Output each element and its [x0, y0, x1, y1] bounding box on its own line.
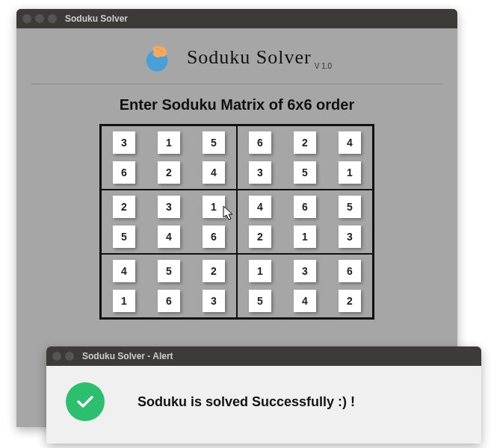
cell-5-5[interactable] [339, 290, 361, 312]
success-icon [66, 382, 105, 421]
titlebar: Soduku Solver [16, 9, 457, 28]
block-0-0 [101, 125, 237, 190]
cell-1-4[interactable] [294, 161, 316, 184]
cell-1-3[interactable] [249, 161, 271, 184]
cell-5-3[interactable] [249, 290, 271, 312]
window-title: Soduku Solver [65, 13, 128, 24]
app-version: V 1.0 [315, 62, 332, 75]
alert-title: Soduku Solver - Alert [82, 351, 173, 361]
cell-5-1[interactable] [158, 290, 180, 312]
cell-3-5[interactable] [339, 225, 361, 248]
alert-close-button[interactable] [52, 352, 61, 361]
cell-1-0[interactable] [113, 161, 135, 184]
alert-minimize-button[interactable] [65, 352, 74, 361]
block-0-1 [237, 125, 373, 190]
cell-2-3[interactable] [249, 196, 271, 218]
minimize-button[interactable] [35, 14, 44, 23]
prompt-label: Enter Soduku Matrix of 6x6 order [16, 96, 457, 113]
cell-4-4[interactable] [294, 260, 316, 282]
cell-5-0[interactable] [113, 290, 135, 312]
sudoku-grid [99, 124, 374, 320]
cell-0-5[interactable] [339, 131, 361, 154]
cell-2-1[interactable] [158, 196, 180, 218]
app-header: Soduku Solver V 1.0 [16, 28, 457, 84]
alert-body: Soduku is solved Successfully :) ! [46, 366, 481, 444]
alert-window: Soduku Solver - Alert Soduku is solved S… [46, 346, 481, 444]
cell-4-0[interactable] [113, 260, 135, 282]
brain-icon [142, 40, 176, 75]
sudoku-container [16, 124, 457, 320]
block-1-1 [237, 190, 373, 254]
cell-4-2[interactable] [203, 260, 225, 282]
cell-4-3[interactable] [249, 260, 271, 282]
maximize-button[interactable] [48, 14, 57, 23]
cell-2-5[interactable] [339, 196, 361, 218]
cell-5-2[interactable] [203, 290, 225, 312]
cell-0-3[interactable] [249, 131, 271, 154]
cell-0-1[interactable] [158, 131, 180, 154]
block-2-0 [101, 254, 237, 318]
cell-0-2[interactable] [203, 131, 225, 154]
alert-titlebar: Soduku Solver - Alert [46, 346, 481, 366]
block-1-0 [101, 190, 237, 254]
cell-3-2[interactable] [203, 225, 225, 248]
cell-3-3[interactable] [249, 225, 271, 248]
block-2-1 [237, 254, 373, 318]
cell-2-2[interactable] [203, 196, 225, 218]
cell-1-2[interactable] [203, 161, 225, 184]
header-divider [31, 84, 442, 84]
cell-3-4[interactable] [294, 225, 316, 248]
cell-1-5[interactable] [339, 161, 361, 184]
cell-2-4[interactable] [294, 196, 316, 218]
cell-4-5[interactable] [339, 260, 361, 282]
cell-3-0[interactable] [113, 225, 135, 248]
close-button[interactable] [22, 14, 31, 23]
checkmark-icon [74, 391, 96, 413]
cell-4-1[interactable] [158, 260, 180, 282]
cell-0-0[interactable] [113, 131, 135, 154]
cell-3-1[interactable] [158, 225, 180, 248]
app-title: Soduku Solver [187, 46, 312, 69]
cell-2-0[interactable] [113, 196, 135, 218]
cell-0-4[interactable] [294, 131, 316, 154]
cell-5-4[interactable] [294, 290, 316, 312]
cell-1-1[interactable] [158, 161, 180, 184]
alert-message: Soduku is solved Successfully :) ! [138, 394, 355, 410]
